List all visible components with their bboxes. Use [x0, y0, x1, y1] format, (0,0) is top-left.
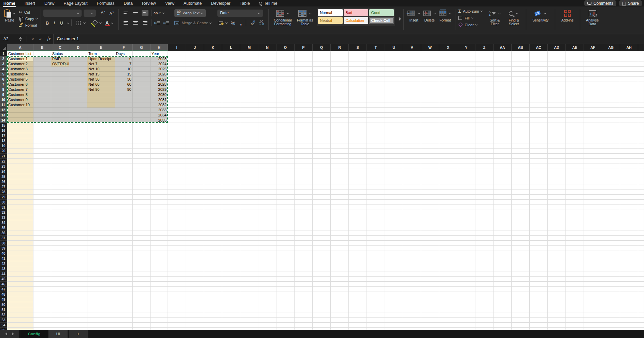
row-header-38[interactable]: 38	[0, 241, 7, 246]
cell-V52[interactable]	[403, 312, 421, 318]
cell-N45[interactable]	[258, 277, 276, 282]
ribbon-tab-developer[interactable]: Developer	[211, 1, 230, 6]
cell-F45[interactable]	[115, 277, 133, 282]
cell-stub27[interactable]	[638, 184, 644, 189]
cell-L45[interactable]	[222, 277, 240, 282]
name-box-spinner[interactable]	[19, 37, 22, 41]
cell-K42[interactable]	[204, 261, 222, 266]
cell-stub23[interactable]	[638, 164, 644, 169]
cell-C51[interactable]	[51, 307, 69, 312]
cell-N25[interactable]	[258, 174, 276, 179]
cell-F4[interactable]: 10	[115, 67, 133, 72]
cell-F33[interactable]	[115, 215, 133, 220]
cell-V45[interactable]	[403, 277, 421, 282]
cell-stub52[interactable]	[638, 312, 644, 318]
cell-V26[interactable]	[403, 179, 421, 184]
cell-C30[interactable]	[51, 200, 69, 205]
cell-B43[interactable]	[33, 266, 51, 271]
cell-AA12[interactable]	[493, 108, 512, 113]
cell-S38[interactable]	[349, 241, 367, 246]
col-header-A[interactable]: A	[7, 44, 33, 51]
cell-AA32[interactable]	[493, 210, 512, 215]
cell-AE39[interactable]	[566, 246, 584, 251]
cell-D7[interactable]	[69, 82, 87, 87]
cell-M28[interactable]	[240, 189, 258, 195]
cell-stub7[interactable]	[638, 82, 644, 87]
cell-stub36[interactable]	[638, 230, 644, 236]
cell-Y12[interactable]	[457, 108, 475, 113]
row-header-11[interactable]: 11	[0, 102, 7, 108]
cell-AF41[interactable]	[584, 256, 602, 261]
cell-X4[interactable]	[439, 67, 457, 72]
cell-M38[interactable]	[240, 241, 258, 246]
cell-U15[interactable]	[385, 123, 403, 128]
cell-O10[interactable]	[276, 97, 295, 102]
cell-O39[interactable]	[276, 246, 295, 251]
cell-D2[interactable]	[69, 56, 87, 61]
cell-I44[interactable]	[168, 271, 186, 277]
cell-N20[interactable]	[258, 149, 276, 154]
cell-R43[interactable]	[331, 266, 349, 271]
cell-AB45[interactable]	[512, 277, 530, 282]
cell-AC49[interactable]	[530, 297, 548, 302]
col-header-E[interactable]: E	[87, 44, 115, 51]
cell-U50[interactable]	[385, 302, 403, 307]
cell-H49[interactable]	[151, 297, 168, 302]
col-header-V[interactable]: V	[403, 44, 421, 51]
cell-C43[interactable]	[51, 266, 69, 271]
cell-G32[interactable]	[133, 210, 151, 215]
cell-L38[interactable]	[222, 241, 240, 246]
cell-O28[interactable]	[276, 189, 295, 195]
cell-G8[interactable]	[133, 87, 151, 92]
col-header-F[interactable]: F	[115, 44, 133, 51]
cell-G51[interactable]	[133, 307, 151, 312]
cell-V6[interactable]	[403, 77, 421, 82]
cell-L30[interactable]	[222, 200, 240, 205]
cell-Y30[interactable]	[457, 200, 475, 205]
cell-AG45[interactable]	[602, 277, 620, 282]
cell-S47[interactable]	[349, 287, 367, 292]
cell-AG28[interactable]	[602, 189, 620, 195]
cell-X7[interactable]	[439, 82, 457, 87]
cell-Z17[interactable]	[475, 133, 493, 138]
number-format-combo[interactable]: Date	[217, 10, 263, 17]
cell-K28[interactable]	[204, 189, 222, 195]
cell-AE29[interactable]	[566, 195, 584, 200]
cell-T47[interactable]	[367, 287, 385, 292]
cell-G35[interactable]	[133, 225, 151, 230]
cell-P30[interactable]	[295, 200, 313, 205]
cell-C13[interactable]	[51, 113, 69, 118]
cell-K24[interactable]	[204, 169, 222, 174]
row-header-16[interactable]: 16	[0, 128, 7, 133]
cell-K53[interactable]	[204, 318, 222, 323]
cell-AH32[interactable]	[620, 210, 638, 215]
cell-AH22[interactable]	[620, 159, 638, 164]
cell-O36[interactable]	[276, 230, 295, 236]
cell-O38[interactable]	[276, 241, 295, 246]
cell-AC51[interactable]	[530, 307, 548, 312]
cell-AH47[interactable]	[620, 287, 638, 292]
cell-T55[interactable]	[367, 328, 385, 330]
cell-C22[interactable]	[51, 159, 69, 164]
cell-AF48[interactable]	[584, 292, 602, 297]
cell-AH10[interactable]	[620, 97, 638, 102]
ribbon-tab-insert[interactable]: Insert	[25, 1, 35, 6]
cell-T54[interactable]	[367, 323, 385, 328]
cell-I46[interactable]	[168, 282, 186, 287]
cell-stub1[interactable]	[638, 51, 644, 56]
cell-K21[interactable]	[204, 154, 222, 159]
cell-J4[interactable]	[186, 67, 204, 72]
cell-R10[interactable]	[331, 97, 349, 102]
cell-AF52[interactable]	[584, 312, 602, 318]
cell-E4[interactable]: Net 10	[87, 67, 115, 72]
cell-T27[interactable]	[367, 184, 385, 189]
cell-M11[interactable]	[240, 102, 258, 108]
cell-AB2[interactable]	[512, 56, 530, 61]
cell-AH41[interactable]	[620, 256, 638, 261]
cell-Q26[interactable]	[313, 179, 331, 184]
cell-E41[interactable]	[87, 256, 115, 261]
cell-L12[interactable]	[222, 108, 240, 113]
cell-AE19[interactable]	[566, 143, 584, 149]
cell-I17[interactable]	[168, 133, 186, 138]
cell-P37[interactable]	[295, 236, 313, 241]
